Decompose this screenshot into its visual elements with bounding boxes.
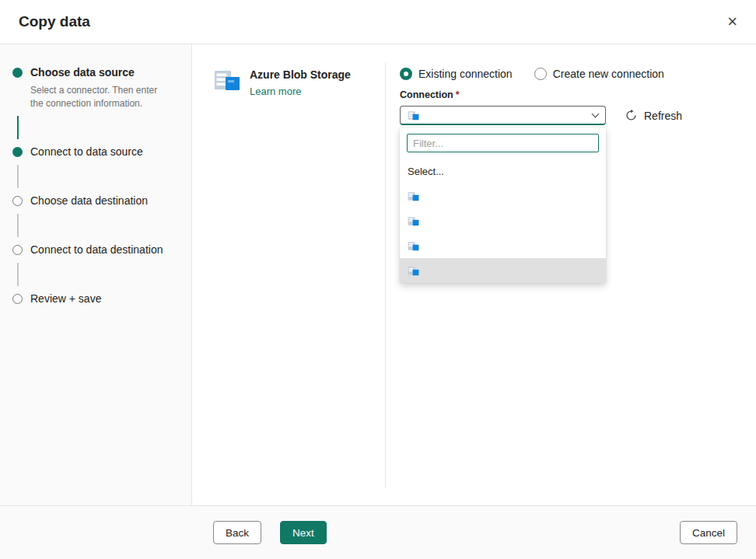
azure-blob-storage-icon bbox=[408, 241, 419, 251]
radio-create-new-connection[interactable]: Create new connection bbox=[534, 68, 664, 80]
dropdown-option[interactable] bbox=[400, 208, 606, 233]
required-marker: * bbox=[456, 89, 460, 100]
filter-wrap bbox=[400, 134, 606, 159]
page-title: Copy data bbox=[19, 13, 90, 30]
connection-form: Existing connection Create new connectio… bbox=[386, 44, 756, 505]
connector-info: Azure Blob Storage Learn more bbox=[192, 44, 385, 505]
step-connector bbox=[17, 165, 19, 188]
step-choose-data-source[interactable]: Choose data source Select a connector. T… bbox=[12, 65, 179, 110]
connection-combo-row: Select... bbox=[400, 106, 737, 125]
chevron-down-icon bbox=[592, 110, 600, 117]
step-label: Review + save bbox=[30, 292, 101, 306]
dialog-footer: Back Next Cancel bbox=[0, 505, 756, 559]
connection-mode-radios: Existing connection Create new connectio… bbox=[400, 66, 737, 82]
filter-input[interactable] bbox=[407, 134, 599, 152]
step-complete-icon bbox=[12, 147, 23, 157]
step-pending-icon bbox=[12, 294, 23, 304]
dialog-header: Copy data × bbox=[0, 0, 756, 44]
step-label: Choose data destination bbox=[30, 194, 148, 208]
wizard-stepper: Choose data source Select a connector. T… bbox=[0, 44, 192, 505]
copy-data-dialog: Copy data × Choose data source Select a … bbox=[0, 0, 756, 559]
radio-selected-icon bbox=[400, 68, 412, 80]
dropdown-option-select[interactable]: Select... bbox=[400, 159, 606, 183]
azure-blob-storage-icon bbox=[214, 68, 240, 92]
step-pending-icon bbox=[12, 245, 23, 255]
radio-existing-connection[interactable]: Existing connection bbox=[400, 68, 513, 80]
step-label: Connect to data destination bbox=[30, 243, 163, 257]
radio-label: Existing connection bbox=[418, 68, 513, 80]
azure-blob-storage-icon bbox=[408, 191, 419, 201]
cancel-button[interactable]: Cancel bbox=[680, 521, 737, 544]
dropdown-option[interactable] bbox=[400, 233, 606, 258]
dropdown-option-highlighted[interactable] bbox=[400, 258, 606, 283]
step-description: Select a connector. Then enter the conne… bbox=[30, 84, 169, 110]
step-choose-data-destination: Choose data destination bbox=[12, 194, 179, 208]
step-pending-icon bbox=[12, 196, 23, 206]
connection-dropdown-wrap: Select... bbox=[400, 106, 606, 125]
radio-label: Create new connection bbox=[553, 68, 664, 80]
learn-more-link[interactable]: Learn more bbox=[250, 86, 301, 97]
step-connector bbox=[17, 263, 19, 286]
connector-name: Azure Blob Storage bbox=[250, 68, 351, 82]
connection-dropdown-panel: Select... bbox=[400, 128, 606, 283]
connection-field-label: Connection* bbox=[400, 89, 737, 101]
azure-blob-storage-icon bbox=[408, 266, 419, 276]
step-label: Connect to data source bbox=[30, 145, 143, 159]
azure-blob-storage-icon bbox=[408, 216, 419, 226]
field-label-text: Connection bbox=[400, 89, 453, 100]
refresh-button[interactable]: Refresh bbox=[625, 110, 682, 122]
step-connector bbox=[17, 116, 19, 139]
step-label: Choose data source bbox=[30, 65, 169, 80]
step-connector bbox=[17, 214, 19, 237]
connection-combobox[interactable] bbox=[400, 106, 606, 125]
step-connect-data-destination: Connect to data destination bbox=[12, 243, 179, 257]
azure-blob-storage-icon bbox=[408, 110, 419, 121]
refresh-icon bbox=[625, 110, 637, 121]
main-content: Azure Blob Storage Learn more Existing c… bbox=[192, 44, 756, 505]
step-connect-data-source[interactable]: Connect to data source bbox=[12, 145, 179, 159]
step-review-save: Review + save bbox=[12, 292, 179, 306]
close-button[interactable]: × bbox=[727, 13, 737, 30]
close-icon: × bbox=[727, 12, 737, 31]
next-button[interactable]: Next bbox=[280, 521, 327, 544]
back-button[interactable]: Back bbox=[213, 521, 261, 544]
radio-unselected-icon bbox=[534, 68, 547, 80]
dialog-body: Choose data source Select a connector. T… bbox=[0, 44, 756, 505]
dropdown-option[interactable] bbox=[400, 183, 606, 208]
refresh-label: Refresh bbox=[644, 110, 682, 122]
step-complete-icon bbox=[12, 68, 23, 78]
